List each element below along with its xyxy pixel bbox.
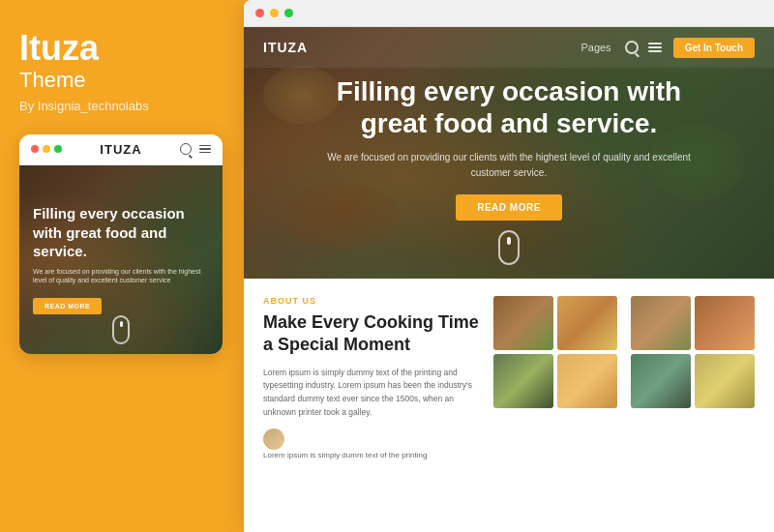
photo-grid-left bbox=[493, 296, 617, 515]
about-label: ABOUT US bbox=[263, 296, 480, 306]
browser-dot-green bbox=[284, 9, 293, 17]
photo-grid-right bbox=[631, 296, 755, 515]
photo-cell-r1 bbox=[631, 296, 691, 350]
mobile-search-icon[interactable] bbox=[180, 143, 192, 155]
browser-scroll-dot bbox=[507, 237, 511, 245]
mobile-dot-yellow bbox=[43, 145, 50, 153]
mobile-scroll-indicator bbox=[112, 315, 130, 344]
left-panel: Ituza Theme By Insignia_technolabs ITUZA bbox=[0, 0, 240, 532]
browser-nav-icons bbox=[625, 41, 662, 54]
browser-read-more-button[interactable]: READ MORE bbox=[456, 194, 562, 221]
browser-hero-subtitle: We are focused on providing our clients … bbox=[325, 150, 693, 181]
photo-cell-r3 bbox=[631, 354, 691, 408]
about-text-1: Lorem ipsum is simply dummy text of the … bbox=[263, 367, 480, 419]
about-avatar-row bbox=[263, 429, 480, 450]
browser-hero-content: Filling every occasion with great food a… bbox=[325, 75, 693, 221]
mobile-preview-card: ITUZA Filling every occasion with great … bbox=[19, 134, 223, 354]
photo-cell-3 bbox=[493, 354, 553, 408]
browser-dot-yellow bbox=[270, 9, 279, 17]
brand-subtitle: Theme bbox=[19, 68, 221, 93]
browser-hero-title: Filling every occasion with great food a… bbox=[325, 75, 693, 140]
browser-nav-pages[interactable]: Pages bbox=[580, 42, 610, 53]
browser-menu-icon[interactable] bbox=[648, 43, 662, 52]
about-section: ABOUT US Make Every Cooking Time a Speci… bbox=[263, 296, 480, 515]
browser-nav-logo: ITUZA bbox=[263, 40, 308, 55]
mobile-logo: ITUZA bbox=[100, 142, 141, 157]
browser-nav: ITUZA Pages Get In Touch bbox=[244, 27, 774, 68]
mobile-dot-green bbox=[54, 145, 62, 153]
browser-hero-section: ITUZA Pages Get In Touch Filling every o… bbox=[244, 27, 774, 279]
mobile-hero-subtitle: We are focused on providing our clients … bbox=[33, 267, 209, 286]
browser-content-section: ABOUT US Make Every Cooking Time a Speci… bbox=[244, 279, 774, 532]
mobile-menu-icon[interactable] bbox=[199, 145, 211, 154]
photo-cell-4 bbox=[557, 354, 617, 408]
photo-cell-2 bbox=[557, 296, 617, 350]
brand-by: By Insignia_technolabs bbox=[19, 99, 221, 113]
mobile-read-more-button[interactable]: READ MORE bbox=[33, 298, 102, 314]
mobile-hero-title: Filling every occasion with great food a… bbox=[33, 204, 209, 261]
get-in-touch-button[interactable]: Get In Touch bbox=[673, 38, 755, 58]
browser-mockup: ITUZA Pages Get In Touch Filling every o… bbox=[244, 0, 774, 532]
browser-dot-red bbox=[255, 9, 264, 17]
mobile-window-dots bbox=[31, 145, 62, 153]
browser-scroll-indicator bbox=[498, 230, 520, 265]
browser-bar bbox=[244, 0, 774, 27]
mobile-hero: Filling every occasion with great food a… bbox=[19, 165, 223, 354]
mobile-hero-content: Filling every occasion with great food a… bbox=[19, 194, 223, 324]
browser-search-icon[interactable] bbox=[625, 41, 639, 54]
about-text-2: Lorem ipsum is simply dumm text of the p… bbox=[263, 450, 480, 461]
photo-cell-r4 bbox=[695, 354, 755, 408]
about-title: Make Every Cooking Time a Special Moment bbox=[263, 311, 480, 357]
brand-name: Ituza bbox=[19, 29, 221, 68]
photo-cell-r2 bbox=[695, 296, 755, 350]
photo-cell-1 bbox=[493, 296, 553, 350]
mobile-dot-red bbox=[31, 145, 39, 153]
mobile-scroll-dot bbox=[120, 321, 123, 327]
mobile-nav-icons bbox=[180, 143, 211, 155]
avatar-image bbox=[263, 429, 284, 450]
mobile-card-header: ITUZA bbox=[19, 134, 223, 165]
